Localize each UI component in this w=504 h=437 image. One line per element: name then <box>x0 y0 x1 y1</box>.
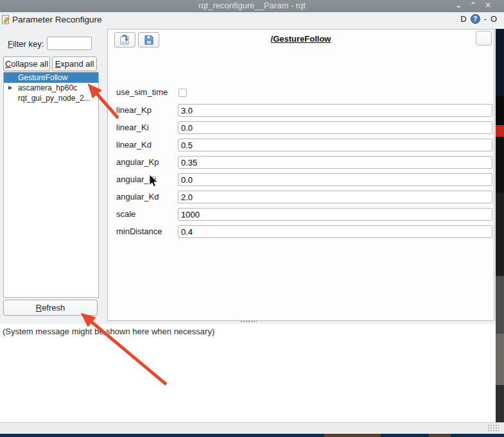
param-label: linear_Kd <box>116 140 152 150</box>
parameter-panel: /GestureFollow use_sim_time linear_Kp li… <box>107 29 494 321</box>
param-input-angular-ki[interactable] <box>178 173 492 186</box>
param-label: linear_Ki <box>116 123 149 132</box>
param-label: linear_Kp <box>116 105 152 115</box>
param-label: angular_Ki <box>116 175 156 184</box>
desktop-background-strip <box>496 29 504 422</box>
taskbar-sliver <box>429 434 451 437</box>
resize-grip[interactable] <box>487 424 499 433</box>
window-titlebar: rqt_reconfigure__Param - rqt ⌄ ⌃ ✕ <box>0 0 504 12</box>
node-title: /GestureFollow <box>108 34 494 44</box>
param-input-linear-kp[interactable] <box>178 104 492 117</box>
expand-triangle-icon[interactable]: ▶ <box>8 83 12 93</box>
splitter-handle[interactable] <box>240 320 257 323</box>
system-message-area: (System message might be shown here when… <box>0 324 496 422</box>
desktop-red-patch <box>496 125 504 137</box>
plugin-title: Parameter Reconfigure <box>12 15 102 24</box>
tree-item-rqt-gui-node[interactable]: rqt_gui_py_node_2... <box>4 93 98 103</box>
window-minimize-icon[interactable]: ⌄ <box>454 1 463 10</box>
statusbar <box>0 422 504 434</box>
param-input-linear-kd[interactable] <box>178 139 492 151</box>
param-input-scale[interactable] <box>178 208 492 221</box>
window-maximize-icon[interactable]: ⌃ <box>469 1 478 10</box>
tree-item-ascamera[interactable]: ▶ ascamera_hp60c <box>4 83 98 93</box>
param-input-linear-ki[interactable] <box>178 121 492 134</box>
expand-all-button[interactable]: Expand all <box>52 56 97 71</box>
param-label: minDistance <box>116 227 162 236</box>
param-input-mindistance[interactable] <box>178 225 492 238</box>
plugin-help-icon[interactable]: ? <box>471 14 480 24</box>
node-close-button[interactable] <box>476 31 492 46</box>
param-label: angular_Kp <box>116 157 159 167</box>
param-label: scale <box>116 209 135 219</box>
param-label: angular_Kd <box>116 192 159 201</box>
plugin-close-button[interactable]: O <box>491 14 497 24</box>
tree-item-gesturefollow[interactable]: GestureFollow <box>4 73 98 83</box>
filter-key-label: Filter key: <box>8 39 44 49</box>
rqt-window: rqt_reconfigure__Param - rqt ⌄ ⌃ ✕ Param… <box>0 0 504 437</box>
parameter-reconfigure-icon <box>1 15 11 24</box>
filter-key-input[interactable] <box>47 37 92 50</box>
system-message-text: (System message might be shown here when… <box>3 327 214 336</box>
use-sim-time-checkbox[interactable] <box>178 89 187 97</box>
plugin-header: Parameter Reconfigure D ? - O <box>0 12 502 29</box>
node-tree: GestureFollow ▶ ascamera_hp60c rqt_gui_p… <box>3 72 99 298</box>
desktop-taskbar-edge <box>0 434 504 437</box>
window-close-icon[interactable]: ✕ <box>483 1 492 10</box>
window-title: rqt_reconfigure__Param - rqt <box>0 1 504 10</box>
plugin-dock-button[interactable]: D <box>460 14 466 24</box>
refresh-button[interactable]: Refresh <box>3 300 98 316</box>
param-input-angular-kd[interactable] <box>178 191 492 203</box>
collapse-all-button[interactable]: Collapse all <box>3 56 50 71</box>
param-label: use_sim_time <box>116 87 168 97</box>
taskbar-sliver <box>324 434 381 437</box>
param-input-angular-kp[interactable] <box>178 156 492 169</box>
plugin-minimize-button[interactable]: - <box>484 14 487 24</box>
